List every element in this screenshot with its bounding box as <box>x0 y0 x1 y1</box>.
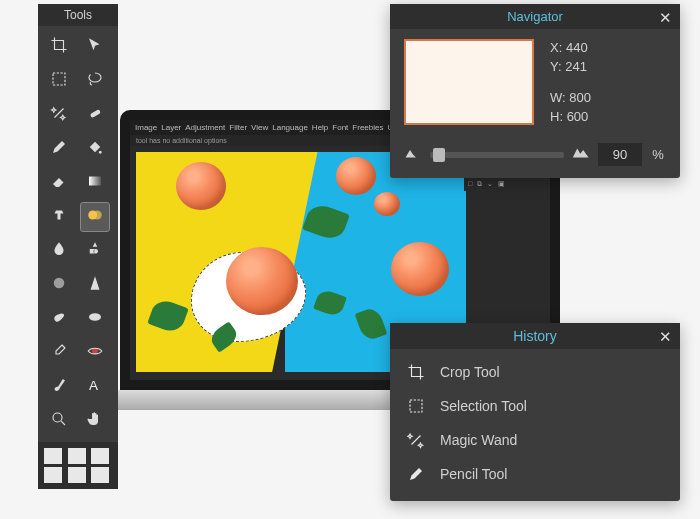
marquee-icon <box>406 396 426 416</box>
swatch[interactable] <box>91 448 109 464</box>
hand-tool[interactable] <box>80 406 110 436</box>
history-item[interactable]: Pencil Tool <box>402 457 668 491</box>
pencil-icon <box>406 464 426 484</box>
hand-icon <box>86 410 104 432</box>
swatch[interactable] <box>91 467 109 483</box>
gradient-tool[interactable] <box>80 168 110 198</box>
crop-tool[interactable] <box>44 32 74 62</box>
svg-rect-10 <box>410 400 422 412</box>
brush-icon <box>50 376 68 398</box>
blend-icon <box>86 206 104 228</box>
svg-point-7 <box>92 348 98 354</box>
lasso-tool[interactable] <box>80 66 110 96</box>
menu-item[interactable]: Filter <box>229 123 247 132</box>
lasso-icon <box>86 70 104 92</box>
swatch[interactable] <box>68 448 86 464</box>
magic-wand-icon <box>50 104 68 126</box>
history-label: Crop Tool <box>440 364 500 380</box>
svg-rect-2 <box>89 177 101 186</box>
rose-graphic <box>391 242 449 296</box>
zoom-in-mountains-icon[interactable] <box>572 146 590 163</box>
sharpen-tool[interactable] <box>80 270 110 300</box>
brush-tool[interactable] <box>44 372 74 402</box>
close-icon[interactable]: ✕ <box>659 328 672 346</box>
zoom-value[interactable]: 90 <box>598 143 642 166</box>
history-label: Selection Tool <box>440 398 527 414</box>
zoom-tool[interactable] <box>44 406 74 436</box>
healing-icon <box>86 104 104 126</box>
history-item[interactable]: Crop Tool <box>402 355 668 389</box>
marquee-tool[interactable] <box>44 66 74 96</box>
blur-tool[interactable] <box>44 270 74 300</box>
svg-point-5 <box>54 278 65 289</box>
swatches[interactable] <box>38 442 118 489</box>
percent-label: % <box>650 147 666 162</box>
magic-wand-tool[interactable] <box>44 100 74 130</box>
history-label: Pencil Tool <box>440 466 507 482</box>
menu-item[interactable]: Image <box>135 123 157 132</box>
swatch[interactable] <box>44 448 62 464</box>
menu-item[interactable]: Help <box>312 123 328 132</box>
marquee-icon <box>50 70 68 92</box>
sharpen-icon <box>86 274 104 296</box>
rose-graphic <box>374 192 400 216</box>
menu-item[interactable]: Freebies <box>352 123 383 132</box>
pencil-icon <box>50 138 68 160</box>
svg-rect-0 <box>53 73 65 85</box>
history-item[interactable]: Selection Tool <box>402 389 668 423</box>
move-icon <box>86 36 104 58</box>
menu-item[interactable]: Font <box>332 123 348 132</box>
clone-stamp-icon <box>50 206 68 228</box>
wand-icon <box>406 430 426 450</box>
text-tool[interactable]: A <box>80 372 110 402</box>
sponge-icon <box>86 308 104 330</box>
zoom-slider[interactable] <box>430 152 564 158</box>
zoom-handle[interactable] <box>433 148 445 162</box>
gradient-icon <box>86 172 104 194</box>
navigator-title: Navigator ✕ <box>390 4 680 29</box>
swatch[interactable] <box>68 467 86 483</box>
healing-tool[interactable] <box>80 100 110 130</box>
blur-icon <box>50 274 68 296</box>
eyedropper-tool[interactable] <box>44 338 74 368</box>
clone-stamp-tool[interactable] <box>44 202 74 232</box>
navigator-preview[interactable] <box>404 39 534 125</box>
shape-tool[interactable] <box>80 236 110 266</box>
text-icon: A <box>86 376 104 398</box>
red-eye-icon <box>86 342 104 364</box>
pencil-tool[interactable] <box>44 134 74 164</box>
drop-tool[interactable] <box>44 236 74 266</box>
zoom-icon <box>50 410 68 432</box>
close-icon[interactable]: ✕ <box>659 9 672 27</box>
eraser-tool[interactable] <box>44 168 74 198</box>
history-title: History ✕ <box>390 323 680 349</box>
swatch[interactable] <box>44 467 62 483</box>
navigator-panel[interactable]: Navigator ✕ X: 440 Y: 241 W: 800 H: 600 … <box>390 4 680 178</box>
menu-item[interactable]: Adjustment <box>185 123 225 132</box>
blend-tool[interactable] <box>80 202 110 232</box>
smudge-tool[interactable] <box>44 304 74 334</box>
menu-item[interactable]: Layer <box>161 123 181 132</box>
red-eye-tool[interactable] <box>80 338 110 368</box>
menu-item[interactable]: View <box>251 123 268 132</box>
zoom-out-mountains-icon[interactable] <box>404 146 422 163</box>
shape-icon <box>86 240 104 262</box>
svg-point-4 <box>93 211 102 220</box>
smudge-icon <box>50 308 68 330</box>
tools-panel[interactable]: Tools A <box>38 4 118 489</box>
svg-point-6 <box>89 313 101 321</box>
eyedropper-icon <box>50 342 68 364</box>
tools-title: Tools <box>38 4 118 26</box>
menu-item[interactable]: Language <box>272 123 308 132</box>
navigator-coords: X: 440 Y: 241 W: 800 H: 600 <box>550 39 591 125</box>
paint-bucket-tool[interactable] <box>80 134 110 164</box>
drop-icon <box>50 240 68 262</box>
crop-icon <box>50 36 68 58</box>
history-panel[interactable]: History ✕ Crop ToolSelection ToolMagic W… <box>390 323 680 501</box>
move-tool[interactable] <box>80 32 110 62</box>
history-label: Magic Wand <box>440 432 517 448</box>
history-item[interactable]: Magic Wand <box>402 423 668 457</box>
sponge-tool[interactable] <box>80 304 110 334</box>
layer-controls[interactable]: □⧉⌄▣ <box>464 177 544 191</box>
paint-bucket-icon <box>86 138 104 160</box>
